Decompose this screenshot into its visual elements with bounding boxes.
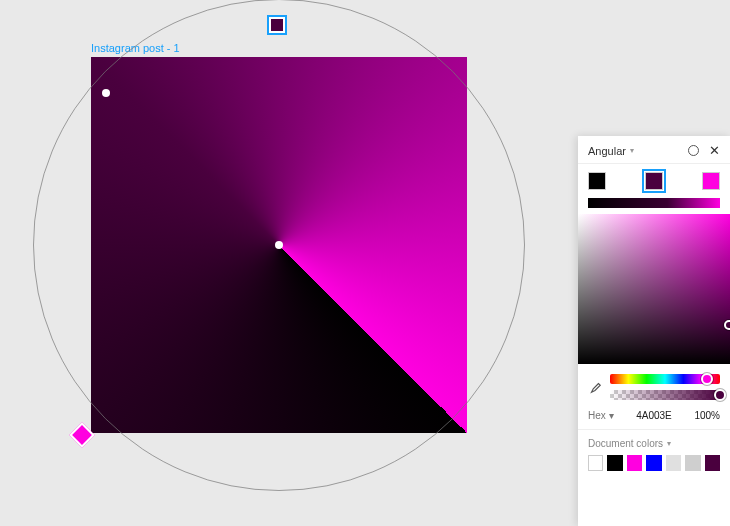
document-color-swatch[interactable] [646,455,661,471]
document-color-swatch[interactable] [627,455,642,471]
hex-value-input[interactable]: 4A003E [636,410,672,421]
gradient-radius-handle[interactable] [102,89,110,97]
gradient-preview-bar[interactable] [588,198,720,208]
gradient-center-handle[interactable] [275,241,283,249]
gradient-stop-swatch-0[interactable] [588,172,606,190]
color-picker-panel: Angular ▾ ✕ Hex ▾ 4A003E 10 [578,136,730,526]
fill-type-label: Angular [588,145,626,157]
color-mode-dropdown[interactable]: Hex ▾ [588,410,614,421]
blend-mode-icon[interactable] [688,145,699,156]
hex-input-row: Hex ▾ 4A003E 100% [578,406,730,429]
artboard-label[interactable]: Instagram post - 1 [91,42,180,54]
gradient-stop-handle-selected[interactable] [267,15,287,35]
eyedropper-icon[interactable] [588,380,602,394]
hue-slider[interactable] [610,374,720,384]
gradient-stop-swatch-1[interactable] [645,172,663,190]
saturation-value-picker[interactable] [578,214,730,364]
hue-thumb[interactable] [701,373,713,385]
document-colors-label: Document colors [588,438,663,449]
document-color-swatch[interactable] [588,455,603,471]
chevron-down-icon: ▾ [609,410,614,421]
document-color-swatch[interactable] [685,455,700,471]
alpha-thumb[interactable] [714,389,726,401]
gradient-stops-row [578,164,730,198]
document-colors-swatches [578,455,730,483]
alpha-slider[interactable] [610,390,720,400]
document-color-swatch[interactable] [705,455,720,471]
document-color-swatch[interactable] [666,455,681,471]
document-color-swatch[interactable] [607,455,622,471]
panel-header: Angular ▾ ✕ [578,136,730,163]
chevron-down-icon: ▾ [667,439,671,448]
close-icon[interactable]: ✕ [709,144,720,157]
gradient-stop-swatch-2[interactable] [702,172,720,190]
chevron-down-icon: ▾ [630,146,634,155]
fill-type-dropdown[interactable]: Angular ▾ [588,145,634,157]
sv-cursor[interactable] [724,320,730,330]
document-colors-header[interactable]: Document colors ▾ [578,430,730,455]
sliders-row [578,364,730,406]
opacity-input[interactable]: 100% [694,410,720,421]
